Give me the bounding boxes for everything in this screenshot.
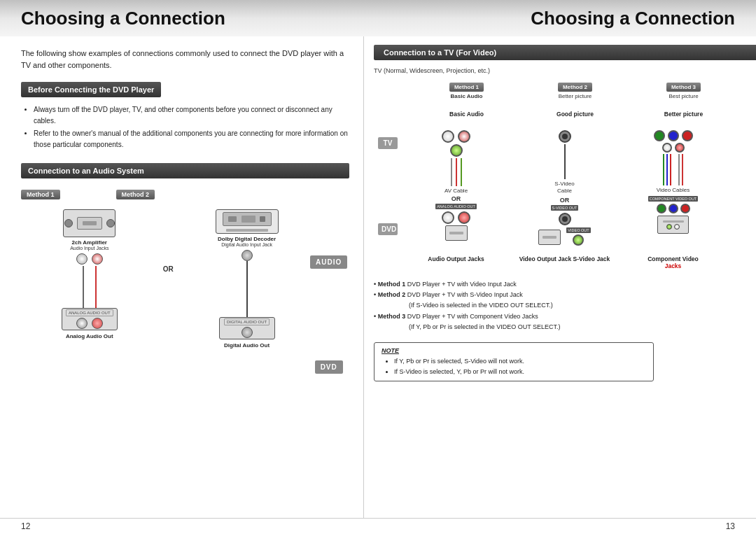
method-notes-area: • Method 1 DVD Player + TV with Video In… [374, 279, 756, 332]
dvd-svideo-out-label: S-VIDEO OUT [551, 205, 579, 211]
dvd-side-label: DVD [315, 360, 343, 374]
method1-badge-video: Method 1 [449, 83, 484, 92]
component-jacks-red: Jacks [665, 262, 682, 269]
svideo-cable-line [564, 144, 566, 179]
m2-label: • Method 2 [374, 291, 407, 298]
amp-speaker-left [64, 219, 73, 227]
digital-out-label: DIGITAL AUDIO OUT [224, 318, 270, 325]
digital-cable [246, 261, 248, 317]
audio-side-label: AUDIO [310, 255, 347, 269]
dvd-player-rect2 [538, 230, 561, 245]
video-col-3: Video Cables COMPONENT VIDEO OUT [619, 130, 727, 247]
m1-label: • Method 1 [374, 281, 407, 288]
tv-label-box: TV [378, 137, 398, 149]
tv-jack-r [442, 130, 454, 143]
dvd-comp-pb [668, 204, 678, 213]
method1-badge: Method 1 [21, 190, 60, 199]
bullet-1: Always turn off the DVD player, TV, and … [34, 104, 349, 127]
dvd-video-jack [573, 234, 584, 246]
amp-jack-left [76, 253, 88, 265]
analog-out-bottom-label: Analog Audio Out [66, 333, 113, 339]
dvd-svideo-jack [559, 213, 571, 225]
component-video-label: Component Video [648, 255, 699, 262]
title-right: Choosing a Connection [531, 8, 735, 29]
dvd-component-out-label: COMPONENT VIDEO OUT [648, 196, 698, 202]
tv-video-header: Connection to a TV (For Video) [374, 45, 756, 60]
m1-text: DVD Player + TV with Video Input Jack [407, 281, 517, 288]
note-bullets: If Y, Pb or Pr is selected, S-Video will… [382, 356, 646, 377]
comp-jack-pb [668, 130, 679, 141]
before-connecting-header: Before Connecting the DVD Player [21, 82, 161, 97]
video-output-jack-label: Video Output Jack S-Video Jack [519, 255, 610, 262]
dvd-comp-pr [680, 204, 690, 213]
audio-method2-col: Dolby Digital Decoder Digital Audio Inpu… [178, 209, 316, 349]
tv-subtitle: TV (Normal, Widescreen, Projection, etc.… [374, 67, 756, 74]
side-labels: AUDIO DVD [308, 223, 349, 405]
before-connecting-section: Before Connecting the DVD Player Always … [21, 82, 349, 152]
or2: OR [560, 197, 570, 204]
amplifier-device [63, 209, 115, 237]
dvd-player-method1: ANALOG AUDIO OUT [62, 308, 118, 330]
svideo-cable-label: S-VideoCable [554, 181, 574, 195]
intro-text: The following show examples of connectio… [21, 48, 349, 71]
dvd-jack-left [76, 318, 88, 329]
method1-note: • Method 1 DVD Player + TV with Video In… [374, 279, 756, 290]
desc-labels-row: Basic Audio Good picture Better picture … [412, 106, 756, 119]
good-picture-label: Good picture [556, 111, 594, 118]
dvd-player-rect3 [657, 216, 689, 234]
note-box: NOTE If Y, Pb or Pr is selected, S-Video… [374, 342, 654, 381]
tv-video-jack [450, 144, 463, 157]
av-cable-line [451, 158, 462, 186]
tv-svideo-jack [559, 130, 571, 143]
basic-audio-label: Basic Audio [449, 111, 484, 118]
cable-right-1 [95, 266, 97, 308]
tv-rl-jack-l [675, 143, 685, 153]
dvd-video-out-label: VIDEO OUT [566, 227, 590, 233]
analog-out-label: ANALOG AUDIO OUT [66, 309, 113, 316]
dvd-component-jacks [657, 204, 690, 213]
dvd-jack-r [458, 211, 470, 224]
method2-good-picture: Better picture [559, 93, 592, 99]
video-col-1: AV Cable OR ANALOG AUDIO OUT [402, 130, 510, 247]
method3-note: • Method 3 DVD Player + TV with Componen… [374, 311, 756, 333]
decoder-device [216, 209, 279, 234]
comp-jack-pr [682, 130, 693, 141]
or1: OR [451, 195, 461, 202]
better-picture-label: Better picture [664, 111, 703, 118]
digital-jack [241, 250, 253, 261]
video-diagram-area: TV DVD AV Cab [374, 130, 756, 247]
svideo-inner2 [562, 216, 568, 222]
bullet-2: Refer to the owner's manual of the addit… [34, 128, 349, 150]
note-bullet-1: If Y, Pb or Pr is selected, S-Video will… [394, 356, 646, 366]
page-header: Choosing a Connection Choosing a Connect… [0, 0, 756, 36]
method3-badge-video: Method 3 [666, 83, 701, 92]
or-separator: OR [158, 209, 178, 273]
amp-jack-right [92, 253, 103, 265]
note-header: NOTE [382, 347, 646, 354]
note-bullet-2: If S-Video is selected, Y, Pb or Pr will… [394, 367, 646, 377]
amp-body [77, 217, 102, 230]
m3-label: • Method 3 [374, 313, 407, 320]
tv-dvd-labels: TV DVD [374, 130, 402, 242]
title-left: Choosing a Connection [21, 8, 531, 29]
av-cable-label: AV Cable [444, 188, 468, 194]
method1-basic-audio: Basic Audio [451, 93, 483, 99]
right-panel: Connection to a TV (For Video) TV (Norma… [364, 36, 756, 518]
cable-left-1 [83, 266, 84, 308]
decoder-label: Dolby Digital Decoder [218, 236, 276, 242]
page-num-left: 12 [21, 521, 30, 531]
video-col-2: S-VideoCable OR S-VIDEO OUT VIDEO OUT [510, 130, 619, 247]
page-num-right: 13 [726, 521, 735, 531]
audio-method1-col: 2ch Amplifier Audio Input Jacks ANA [21, 209, 158, 339]
methods-header-row: Method 1 Basic Audio Method 2 Better pic… [412, 83, 756, 99]
component-cables [663, 154, 683, 185]
method3-better-picture: Best picture [668, 93, 698, 99]
dvd-jack-right [92, 318, 103, 329]
before-connecting-bullets: Always turn off the DVD player, TV, and … [21, 104, 349, 150]
method2-badge-video: Method 2 [558, 83, 592, 92]
svideo-inner [562, 134, 568, 139]
tv-jack-l [458, 130, 470, 143]
bottom-label-col1: Audio Output Jacks [402, 255, 510, 269]
video-cables-label: Video Cables [657, 187, 690, 193]
audio-section-header: Connection to an Audio System [21, 163, 349, 178]
